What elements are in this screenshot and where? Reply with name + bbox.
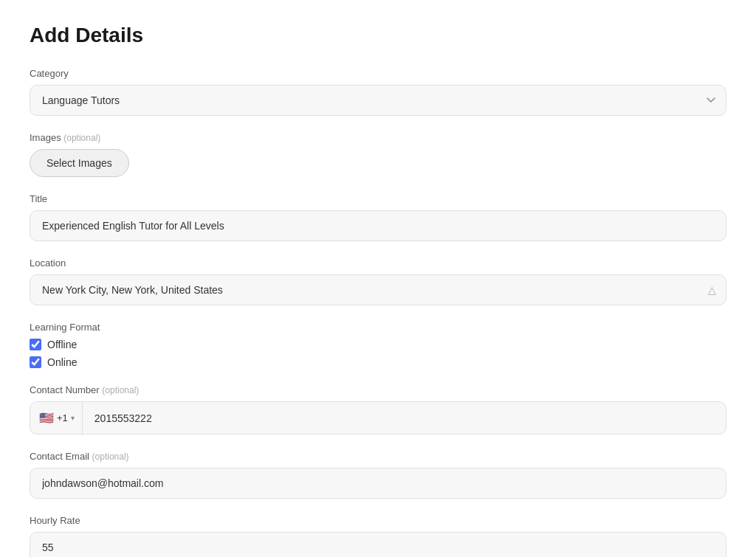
page-title: Add Details xyxy=(30,24,726,47)
offline-checkbox[interactable] xyxy=(30,339,41,350)
category-select[interactable]: Language TutorsMath TutorsScience Tutors… xyxy=(30,85,726,116)
location-label: Location xyxy=(30,257,726,269)
images-section: Images (optional) Select Images xyxy=(30,132,726,177)
select-images-button[interactable]: Select Images xyxy=(30,149,129,177)
phone-input-wrapper: 🇺🇸 +1 ▾ xyxy=(30,401,726,435)
location-section: Location △ xyxy=(30,257,726,305)
location-input[interactable] xyxy=(30,274,726,305)
country-code-label: +1 xyxy=(57,412,68,423)
learning-format-checkboxes: Offline Online xyxy=(30,339,726,368)
online-checkbox[interactable] xyxy=(30,356,41,368)
learning-format-section: Learning Format Offline Online xyxy=(30,322,726,368)
title-label: Title xyxy=(30,193,726,204)
hourly-rate-input[interactable] xyxy=(30,532,726,557)
category-section: Category Language TutorsMath TutorsScien… xyxy=(30,68,726,116)
offline-checkbox-item[interactable]: Offline xyxy=(30,339,726,350)
title-input[interactable] xyxy=(30,210,726,241)
contact-email-section: Contact Email (optional) xyxy=(30,451,726,499)
learning-format-label: Learning Format xyxy=(30,322,726,333)
offline-label: Offline xyxy=(47,339,77,350)
images-label: Images (optional) xyxy=(30,132,726,143)
country-chevron-icon: ▾ xyxy=(71,414,75,422)
contact-email-label: Contact Email (optional) xyxy=(30,451,726,462)
online-checkbox-item[interactable]: Online xyxy=(30,356,726,368)
online-label: Online xyxy=(47,356,77,368)
location-wrapper: △ xyxy=(30,274,726,305)
contact-number-section: Contact Number (optional) 🇺🇸 +1 ▾ xyxy=(30,384,726,435)
hourly-rate-label: Hourly Rate xyxy=(30,515,726,526)
flag-icon: 🇺🇸 xyxy=(39,411,54,425)
title-section: Title xyxy=(30,193,726,241)
hourly-rate-section: Hourly Rate xyxy=(30,515,726,557)
contact-email-input[interactable] xyxy=(30,468,726,499)
contact-number-label: Contact Number (optional) xyxy=(30,384,726,395)
category-label: Category xyxy=(30,68,726,79)
phone-number-input[interactable] xyxy=(83,404,726,433)
country-code-selector[interactable]: 🇺🇸 +1 ▾ xyxy=(30,402,83,434)
